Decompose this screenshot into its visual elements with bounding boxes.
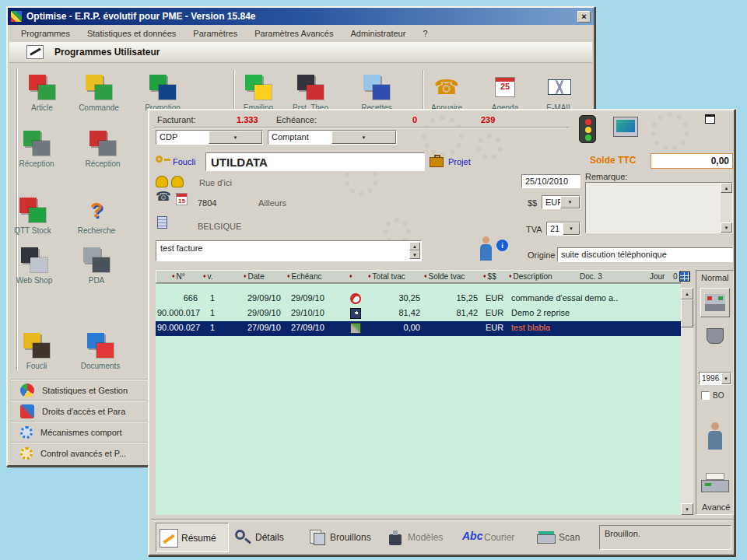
column-header-description[interactable]: ♦Description bbox=[509, 272, 552, 281]
tab-courier[interactable]: Abc Courier bbox=[459, 523, 532, 552]
column-header-echeance[interactable]: ♦Echéanc bbox=[287, 272, 322, 281]
program-emailing[interactable]: Emailing bbox=[233, 73, 283, 112]
grid-scrollbar[interactable]: ▲ ▼ bbox=[681, 288, 693, 515]
spinner-up-icon[interactable]: ▲ bbox=[409, 242, 420, 250]
program-annuaire[interactable]: ☎ Annuaire bbox=[422, 73, 472, 112]
table-row-selected[interactable]: 90.000.027 1 27/09/10 27/09/10 0,00 EUR … bbox=[156, 321, 681, 336]
remarque-label: Remarque: bbox=[585, 172, 627, 181]
program-foucli[interactable]: Foucli bbox=[12, 331, 61, 370]
briefcase-icon[interactable] bbox=[430, 157, 444, 167]
column-header-version[interactable]: ♦v. bbox=[203, 272, 213, 281]
spinner-down-icon[interactable]: ▼ bbox=[409, 250, 420, 259]
info-glyph: i bbox=[501, 242, 503, 250]
column-chooser-icon[interactable] bbox=[679, 271, 690, 282]
tools-button[interactable] bbox=[700, 288, 730, 317]
printer-icon[interactable] bbox=[701, 473, 729, 496]
key-icon[interactable] bbox=[156, 155, 171, 166]
combo-arrow-icon[interactable]: ▼ bbox=[331, 131, 396, 144]
column-header-zero[interactable]: 0 bbox=[673, 272, 678, 281]
menu-item-programmes[interactable]: Programmes bbox=[12, 27, 79, 40]
remark-scroll-track[interactable] bbox=[721, 193, 732, 222]
phone-icon[interactable]: ☎ bbox=[156, 191, 171, 203]
subject-input[interactable]: test facture ▲ ▼ bbox=[156, 240, 422, 261]
tab-modeles[interactable]: Modèles bbox=[383, 523, 456, 552]
menu-item-help[interactable]: ? bbox=[414, 27, 436, 40]
column-header-jour[interactable]: Jour bbox=[650, 272, 665, 281]
column-header-total[interactable]: ♦Total tvac bbox=[368, 272, 405, 281]
program-promotion[interactable]: Promotion bbox=[138, 73, 188, 112]
column-header-solde[interactable]: ♦Solde tvac bbox=[424, 272, 465, 281]
truck-icon bbox=[87, 129, 118, 157]
main-titlebar[interactable]: Optimise - E.R.P. évolutif pour PME - Ve… bbox=[8, 8, 594, 25]
sort-icon: ♦ bbox=[349, 273, 352, 278]
traffic-light-icon[interactable] bbox=[579, 115, 596, 143]
remark-textarea[interactable]: ▲ ▼ bbox=[585, 182, 733, 233]
combo-arrow-icon[interactable]: ▼ bbox=[209, 131, 262, 144]
subject-spinner[interactable]: ▲ ▼ bbox=[409, 242, 420, 260]
restore-button[interactable] bbox=[705, 114, 715, 124]
desktop: Optimise - E.R.P. évolutif pour PME - Ve… bbox=[0, 0, 747, 560]
column-header-flag[interactable]: ♦ bbox=[349, 272, 354, 281]
scroll-up-icon[interactable]: ▲ bbox=[681, 288, 693, 299]
origin-label: Origine bbox=[528, 250, 555, 260]
program-reception-2[interactable]: Réception bbox=[78, 129, 128, 168]
currency-combo[interactable]: EUR ▼ bbox=[542, 195, 580, 209]
bell-right bbox=[171, 176, 184, 187]
program-commande[interactable]: Commande bbox=[74, 73, 124, 112]
table-row[interactable]: 666 1 29/09/10 29/09/10 30,25 15,25 EUR … bbox=[156, 292, 681, 306]
tab-details[interactable]: Détails bbox=[230, 523, 303, 552]
program-prst-theo[interactable]: Prst. Theo bbox=[286, 73, 335, 112]
calendar-day-icon[interactable]: 15 bbox=[176, 193, 188, 205]
advanced-label[interactable]: Avancé bbox=[702, 502, 731, 512]
user-icon[interactable] bbox=[479, 236, 493, 261]
scroll-down-icon[interactable]: ▼ bbox=[721, 222, 732, 233]
payment-combo[interactable]: Comptant ▼ bbox=[268, 130, 397, 145]
program-email[interactable]: E-MAIL bbox=[535, 73, 584, 112]
bin-icon[interactable] bbox=[707, 328, 724, 344]
scroll-thumb[interactable] bbox=[681, 299, 693, 327]
menu-item-parametres[interactable]: Paramètres bbox=[184, 27, 246, 40]
program-web-shop[interactable]: Web Shop bbox=[9, 246, 59, 285]
menu-item-parametres-avances[interactable]: Paramètres Avancés bbox=[246, 27, 342, 40]
program-documents[interactable]: Documents bbox=[75, 331, 125, 370]
yellow-light bbox=[585, 127, 591, 133]
invoice-date-input[interactable]: 25/10/2010 bbox=[521, 174, 580, 188]
info-icon[interactable]: i bbox=[496, 240, 508, 251]
menu-item-administrateur[interactable]: Administrateur bbox=[342, 27, 414, 40]
table-row[interactable]: 90.000.017 1 29/09/10 29/10/10 81,42 81,… bbox=[156, 306, 681, 321]
combo-arrow-icon[interactable]: ▼ bbox=[560, 196, 580, 208]
column-header-date[interactable]: ♦Date bbox=[244, 272, 265, 281]
view-mode-label[interactable]: Normal bbox=[701, 273, 728, 282]
menu-item-statistiques[interactable]: Statistiques et données bbox=[79, 27, 184, 40]
program-article[interactable]: Article bbox=[17, 73, 67, 112]
column-header-num[interactable]: ♦N° bbox=[172, 272, 185, 281]
program-recettes[interactable]: Recettes bbox=[352, 73, 402, 112]
user-icon[interactable] bbox=[707, 422, 723, 450]
column-header-currency[interactable]: ♦$$ bbox=[483, 272, 496, 281]
program-pda[interactable]: PDA bbox=[72, 246, 121, 285]
note-icon[interactable] bbox=[157, 216, 167, 229]
combo-arrow-icon[interactable]: ▼ bbox=[563, 222, 580, 235]
client-name-input[interactable]: UTILDATA bbox=[205, 152, 425, 171]
close-button[interactable]: × bbox=[577, 11, 591, 23]
tab-scan[interactable]: Scan bbox=[534, 523, 596, 552]
scroll-up-icon[interactable]: ▲ bbox=[721, 183, 732, 193]
program-reception-1[interactable]: Réception bbox=[12, 129, 61, 168]
bo-checkbox[interactable]: BO bbox=[701, 391, 724, 400]
client-type-combo[interactable]: CDP ▼ bbox=[156, 130, 263, 145]
program-agenda[interactable]: 25 Agenda bbox=[480, 73, 530, 112]
sort-icon: ♦ bbox=[244, 273, 247, 278]
tab-resume[interactable]: Résumé bbox=[156, 523, 229, 552]
tva-combo[interactable]: 21 ▼ bbox=[546, 222, 580, 236]
tab-brouillons[interactable]: Brouillons bbox=[305, 523, 378, 552]
scroll-down-icon[interactable]: ▼ bbox=[681, 503, 693, 515]
program-recherche[interactable]: ? Recherche bbox=[72, 196, 121, 235]
year-spinner[interactable]: 1996 ▼ bbox=[699, 372, 731, 385]
bells-icon[interactable] bbox=[156, 176, 185, 188]
column-header-doc[interactable]: Doc. 3 bbox=[580, 272, 602, 281]
origin-input[interactable]: suite discution téléphonique bbox=[557, 247, 733, 262]
monitor-icon[interactable] bbox=[613, 117, 638, 137]
spinner-arrow-icon[interactable]: ▼ bbox=[721, 373, 731, 384]
commande-icon bbox=[83, 73, 114, 101]
program-qtt-stock[interactable]: QTT Stock bbox=[8, 196, 58, 235]
